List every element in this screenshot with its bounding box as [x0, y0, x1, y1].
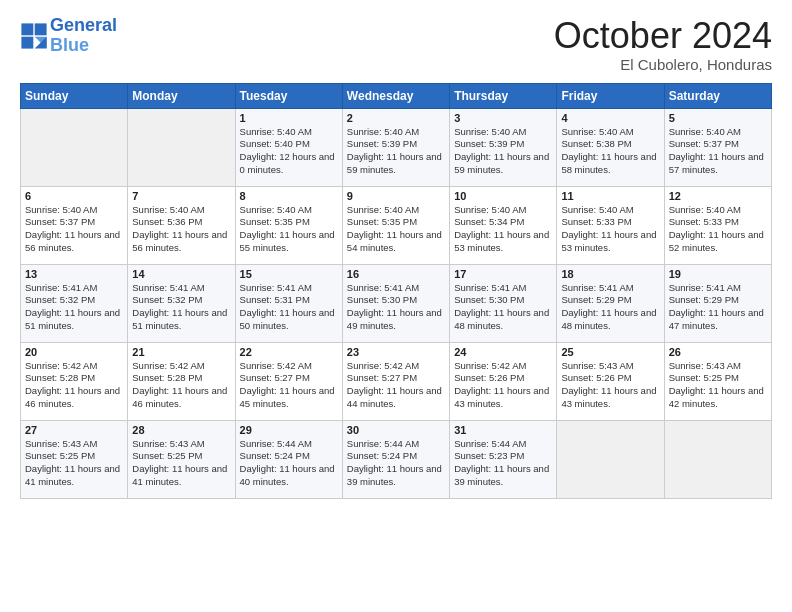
calendar-cell: 10Sunrise: 5:40 AMSunset: 5:34 PMDayligh… [450, 186, 557, 264]
day-number: 31 [454, 424, 552, 436]
day-number: 11 [561, 190, 659, 202]
day-info: Sunrise: 5:41 AMSunset: 5:30 PMDaylight:… [454, 282, 552, 333]
day-info: Sunrise: 5:40 AMSunset: 5:33 PMDaylight:… [561, 204, 659, 255]
logo-text: General Blue [50, 16, 117, 56]
calendar-cell: 27Sunrise: 5:43 AMSunset: 5:25 PMDayligh… [21, 420, 128, 498]
day-number: 27 [25, 424, 123, 436]
calendar-cell: 26Sunrise: 5:43 AMSunset: 5:25 PMDayligh… [664, 342, 771, 420]
calendar-cell: 13Sunrise: 5:41 AMSunset: 5:32 PMDayligh… [21, 264, 128, 342]
day-number: 5 [669, 112, 767, 124]
calendar-cell: 14Sunrise: 5:41 AMSunset: 5:32 PMDayligh… [128, 264, 235, 342]
day-info: Sunrise: 5:40 AMSunset: 5:39 PMDaylight:… [347, 126, 445, 177]
calendar-cell: 29Sunrise: 5:44 AMSunset: 5:24 PMDayligh… [235, 420, 342, 498]
calendar-cell: 4Sunrise: 5:40 AMSunset: 5:38 PMDaylight… [557, 108, 664, 186]
day-number: 18 [561, 268, 659, 280]
day-info: Sunrise: 5:42 AMSunset: 5:26 PMDaylight:… [454, 360, 552, 411]
calendar-cell: 24Sunrise: 5:42 AMSunset: 5:26 PMDayligh… [450, 342, 557, 420]
day-number: 9 [347, 190, 445, 202]
calendar-cell: 12Sunrise: 5:40 AMSunset: 5:33 PMDayligh… [664, 186, 771, 264]
day-info: Sunrise: 5:40 AMSunset: 5:37 PMDaylight:… [25, 204, 123, 255]
day-number: 22 [240, 346, 338, 358]
calendar-cell: 11Sunrise: 5:40 AMSunset: 5:33 PMDayligh… [557, 186, 664, 264]
day-number: 20 [25, 346, 123, 358]
day-info: Sunrise: 5:40 AMSunset: 5:40 PMDaylight:… [240, 126, 338, 177]
calendar-cell: 25Sunrise: 5:43 AMSunset: 5:26 PMDayligh… [557, 342, 664, 420]
calendar-cell [21, 108, 128, 186]
svg-rect-2 [35, 23, 47, 35]
calendar-cell: 20Sunrise: 5:42 AMSunset: 5:28 PMDayligh… [21, 342, 128, 420]
calendar-cell: 6Sunrise: 5:40 AMSunset: 5:37 PMDaylight… [21, 186, 128, 264]
day-info: Sunrise: 5:43 AMSunset: 5:25 PMDaylight:… [25, 438, 123, 489]
calendar-cell: 5Sunrise: 5:40 AMSunset: 5:37 PMDaylight… [664, 108, 771, 186]
calendar-cell: 28Sunrise: 5:43 AMSunset: 5:25 PMDayligh… [128, 420, 235, 498]
calendar-cell [557, 420, 664, 498]
day-number: 15 [240, 268, 338, 280]
col-thursday: Thursday [450, 83, 557, 108]
day-info: Sunrise: 5:40 AMSunset: 5:39 PMDaylight:… [454, 126, 552, 177]
day-info: Sunrise: 5:41 AMSunset: 5:30 PMDaylight:… [347, 282, 445, 333]
calendar-cell: 2Sunrise: 5:40 AMSunset: 5:39 PMDaylight… [342, 108, 449, 186]
day-info: Sunrise: 5:44 AMSunset: 5:23 PMDaylight:… [454, 438, 552, 489]
day-number: 25 [561, 346, 659, 358]
calendar-cell: 16Sunrise: 5:41 AMSunset: 5:30 PMDayligh… [342, 264, 449, 342]
day-info: Sunrise: 5:41 AMSunset: 5:31 PMDaylight:… [240, 282, 338, 333]
calendar-cell: 18Sunrise: 5:41 AMSunset: 5:29 PMDayligh… [557, 264, 664, 342]
day-info: Sunrise: 5:41 AMSunset: 5:29 PMDaylight:… [669, 282, 767, 333]
col-saturday: Saturday [664, 83, 771, 108]
day-number: 13 [25, 268, 123, 280]
calendar-cell [664, 420, 771, 498]
logo: General Blue [20, 16, 117, 56]
location: El Cubolero, Honduras [554, 56, 772, 73]
day-number: 2 [347, 112, 445, 124]
day-info: Sunrise: 5:40 AMSunset: 5:34 PMDaylight:… [454, 204, 552, 255]
svg-rect-3 [21, 36, 33, 48]
day-number: 14 [132, 268, 230, 280]
day-info: Sunrise: 5:43 AMSunset: 5:25 PMDaylight:… [132, 438, 230, 489]
col-tuesday: Tuesday [235, 83, 342, 108]
day-info: Sunrise: 5:43 AMSunset: 5:25 PMDaylight:… [669, 360, 767, 411]
day-info: Sunrise: 5:44 AMSunset: 5:24 PMDaylight:… [240, 438, 338, 489]
day-number: 30 [347, 424, 445, 436]
day-info: Sunrise: 5:40 AMSunset: 5:36 PMDaylight:… [132, 204, 230, 255]
day-number: 21 [132, 346, 230, 358]
col-wednesday: Wednesday [342, 83, 449, 108]
day-info: Sunrise: 5:41 AMSunset: 5:29 PMDaylight:… [561, 282, 659, 333]
day-number: 4 [561, 112, 659, 124]
calendar: Sunday Monday Tuesday Wednesday Thursday… [20, 83, 772, 499]
day-number: 8 [240, 190, 338, 202]
day-number: 1 [240, 112, 338, 124]
day-info: Sunrise: 5:41 AMSunset: 5:32 PMDaylight:… [25, 282, 123, 333]
day-info: Sunrise: 5:40 AMSunset: 5:35 PMDaylight:… [240, 204, 338, 255]
calendar-header-row: Sunday Monday Tuesday Wednesday Thursday… [21, 83, 772, 108]
calendar-cell: 23Sunrise: 5:42 AMSunset: 5:27 PMDayligh… [342, 342, 449, 420]
day-number: 12 [669, 190, 767, 202]
calendar-week-0: 1Sunrise: 5:40 AMSunset: 5:40 PMDaylight… [21, 108, 772, 186]
col-monday: Monday [128, 83, 235, 108]
calendar-cell: 21Sunrise: 5:42 AMSunset: 5:28 PMDayligh… [128, 342, 235, 420]
calendar-cell [128, 108, 235, 186]
svg-rect-1 [21, 23, 33, 35]
month-title: October 2024 [554, 16, 772, 56]
calendar-cell: 15Sunrise: 5:41 AMSunset: 5:31 PMDayligh… [235, 264, 342, 342]
calendar-week-2: 13Sunrise: 5:41 AMSunset: 5:32 PMDayligh… [21, 264, 772, 342]
day-info: Sunrise: 5:42 AMSunset: 5:27 PMDaylight:… [240, 360, 338, 411]
calendar-cell: 9Sunrise: 5:40 AMSunset: 5:35 PMDaylight… [342, 186, 449, 264]
day-number: 17 [454, 268, 552, 280]
page: General Blue October 2024 El Cubolero, H… [0, 0, 792, 612]
calendar-cell: 19Sunrise: 5:41 AMSunset: 5:29 PMDayligh… [664, 264, 771, 342]
calendar-cell: 7Sunrise: 5:40 AMSunset: 5:36 PMDaylight… [128, 186, 235, 264]
day-info: Sunrise: 5:44 AMSunset: 5:24 PMDaylight:… [347, 438, 445, 489]
day-info: Sunrise: 5:41 AMSunset: 5:32 PMDaylight:… [132, 282, 230, 333]
day-info: Sunrise: 5:42 AMSunset: 5:27 PMDaylight:… [347, 360, 445, 411]
day-number: 16 [347, 268, 445, 280]
day-info: Sunrise: 5:40 AMSunset: 5:33 PMDaylight:… [669, 204, 767, 255]
calendar-cell: 3Sunrise: 5:40 AMSunset: 5:39 PMDaylight… [450, 108, 557, 186]
calendar-cell: 31Sunrise: 5:44 AMSunset: 5:23 PMDayligh… [450, 420, 557, 498]
calendar-week-4: 27Sunrise: 5:43 AMSunset: 5:25 PMDayligh… [21, 420, 772, 498]
day-info: Sunrise: 5:43 AMSunset: 5:26 PMDaylight:… [561, 360, 659, 411]
day-number: 26 [669, 346, 767, 358]
day-number: 23 [347, 346, 445, 358]
day-number: 10 [454, 190, 552, 202]
calendar-week-3: 20Sunrise: 5:42 AMSunset: 5:28 PMDayligh… [21, 342, 772, 420]
day-info: Sunrise: 5:42 AMSunset: 5:28 PMDaylight:… [132, 360, 230, 411]
